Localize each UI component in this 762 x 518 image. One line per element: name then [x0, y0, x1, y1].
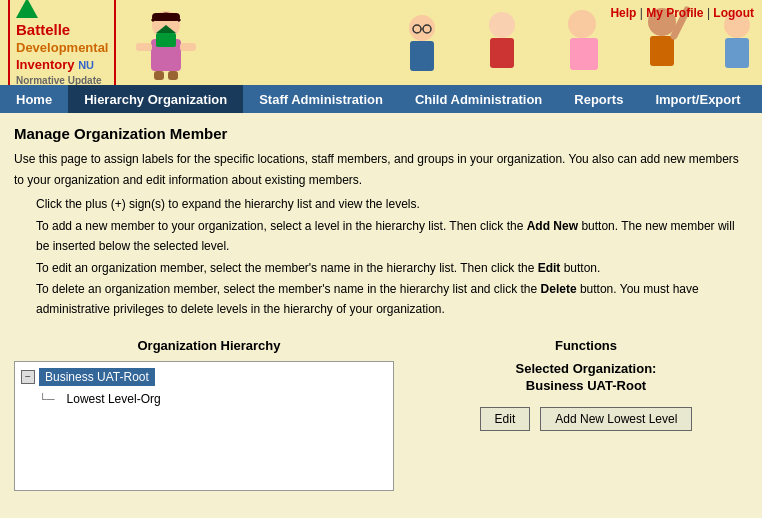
- logo-normative: Normative Update: [16, 74, 108, 85]
- svg-marker-0: [16, 0, 38, 18]
- character-illustration: [126, 5, 286, 80]
- functions-column: Functions Selected Organization: Busines…: [424, 338, 748, 491]
- tree-collapse-toggle[interactable]: −: [21, 370, 35, 384]
- instructions-block: Click the plus (+) sign(s) to expand the…: [14, 194, 748, 319]
- tree-child-row: └─ Lowest Level-Org: [21, 390, 387, 408]
- svg-rect-3: [136, 43, 152, 51]
- hierarchy-column: Organization Hierarchy − Business UAT-Ro…: [14, 338, 404, 491]
- nav-child-administration[interactable]: Child Administration: [399, 85, 558, 113]
- header-links: Help | My Profile | Logout: [610, 6, 754, 20]
- my-profile-link[interactable]: My Profile: [646, 6, 703, 20]
- bold-add-new: Add New: [527, 219, 578, 233]
- svg-point-16: [489, 12, 515, 38]
- svg-point-18: [568, 10, 596, 38]
- logo-battelle: Battelle: [16, 20, 108, 40]
- instruction-4: To delete an organization member, select…: [36, 279, 748, 320]
- instruction-1: Click the plus (+) sign(s) to expand the…: [36, 194, 748, 214]
- tree-child-node-0[interactable]: Lowest Level-Org: [61, 390, 167, 408]
- hierarchy-tree-box: − Business UAT-Root └─ Lowest Level-Org: [14, 361, 394, 491]
- tree-connector-icon: └─: [39, 393, 55, 405]
- svg-rect-19: [570, 38, 598, 70]
- logout-link[interactable]: Logout: [713, 6, 754, 20]
- svg-rect-9: [152, 13, 180, 21]
- svg-rect-6: [168, 71, 178, 80]
- desc-line2: to your organization and edit informatio…: [14, 171, 748, 190]
- svg-rect-7: [156, 33, 176, 47]
- selected-org-value: Business UAT-Root: [424, 378, 748, 393]
- battelle-triangle-icon: [16, 0, 38, 18]
- selected-org-label: Selected Organization:: [424, 361, 748, 376]
- desc-line1: Use this page to assign labels for the s…: [14, 150, 748, 169]
- svg-rect-4: [180, 43, 196, 51]
- edit-button[interactable]: Edit: [480, 407, 531, 431]
- svg-rect-24: [725, 38, 749, 68]
- instruction-2: To add a new member to your organization…: [36, 216, 748, 257]
- functions-buttons: Edit Add New Lowest Level: [424, 407, 748, 431]
- logo-box: Battelle Developmental Inventory NU Norm…: [8, 0, 116, 85]
- svg-rect-12: [410, 41, 434, 71]
- svg-rect-21: [650, 36, 674, 66]
- tree-root-node[interactable]: Business UAT-Root: [39, 368, 155, 386]
- svg-rect-5: [154, 71, 164, 80]
- add-new-lowest-level-button[interactable]: Add New Lowest Level: [540, 407, 692, 431]
- character-girl: [126, 5, 206, 80]
- main-content: Manage Organization Member Use this page…: [0, 113, 762, 503]
- nav-bar: Home Hierarchy Organization Staff Admini…: [0, 85, 762, 113]
- logo-developmental: Developmental: [16, 40, 108, 57]
- description-block: Use this page to assign labels for the s…: [14, 150, 748, 190]
- logo-inventory: Inventory NU: [16, 57, 108, 74]
- svg-rect-17: [490, 38, 514, 68]
- header: Battelle Developmental Inventory NU Norm…: [0, 0, 762, 85]
- nav-home[interactable]: Home: [0, 85, 68, 113]
- two-column-layout: Organization Hierarchy − Business UAT-Ro…: [14, 338, 748, 491]
- nav-reports[interactable]: Reports: [558, 85, 639, 113]
- hierarchy-section-title: Organization Hierarchy: [14, 338, 404, 353]
- logo-area: Battelle Developmental Inventory NU Norm…: [0, 0, 286, 85]
- nav-staff-administration[interactable]: Staff Administration: [243, 85, 399, 113]
- page-title: Manage Organization Member: [14, 125, 748, 142]
- bold-edit: Edit: [538, 261, 561, 275]
- help-link[interactable]: Help: [610, 6, 636, 20]
- nav-import-export[interactable]: Import/Export: [639, 85, 756, 113]
- functions-section-title: Functions: [424, 338, 748, 353]
- logo-text: Battelle Developmental Inventory NU Norm…: [16, 20, 108, 85]
- bold-delete: Delete: [541, 282, 577, 296]
- nav-hierarchy-organization[interactable]: Hierarchy Organization: [68, 85, 243, 113]
- tree-root-row: − Business UAT-Root: [21, 368, 387, 386]
- instruction-3: To edit an organization member, select t…: [36, 258, 748, 278]
